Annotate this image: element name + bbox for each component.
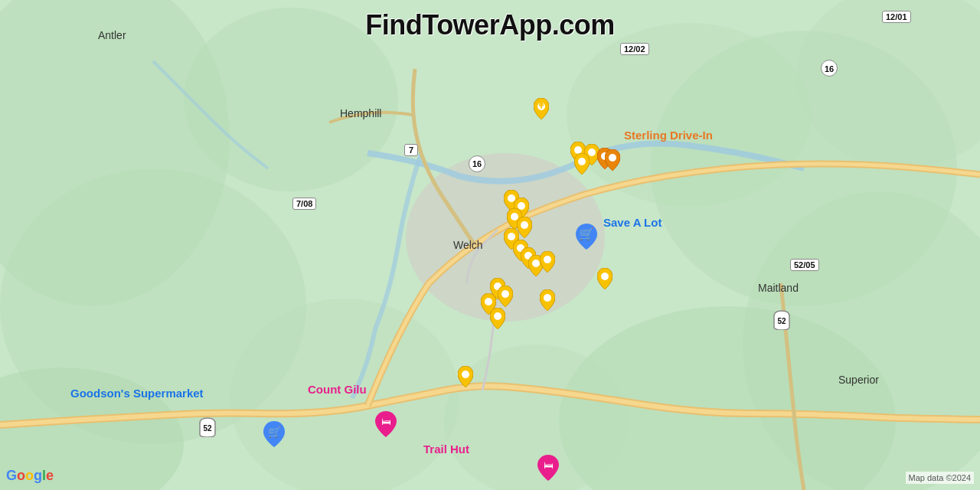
road-badge-5205: 52/05 xyxy=(790,259,819,271)
svg-text:52: 52 xyxy=(777,317,786,325)
svg-point-31 xyxy=(485,298,492,305)
tower-pin-t19[interactable] xyxy=(540,289,555,314)
road-badge-708: 7/08 xyxy=(292,198,316,210)
trailhut-label: Trail Hut xyxy=(423,443,469,456)
sterling-label: Sterling Drive-In xyxy=(624,129,713,142)
road-badge-52a: 52 xyxy=(773,310,790,333)
road-badge-1201: 12/01 xyxy=(882,11,911,23)
savealot-label: Save A Lot xyxy=(603,216,662,229)
road-badge-52b: 52 xyxy=(199,417,216,440)
svg-text:🛒: 🛒 xyxy=(579,227,594,241)
svg-point-27 xyxy=(532,260,540,267)
road-badge-1202: 12/02 xyxy=(620,43,649,55)
svg-point-32 xyxy=(494,312,501,320)
google-logo: Google xyxy=(6,468,54,484)
road-badge-16b: 16 xyxy=(469,155,485,172)
map-data-label: Map data ©2024 xyxy=(906,472,975,484)
svg-text:52: 52 xyxy=(203,424,212,433)
svg-point-34 xyxy=(462,371,469,378)
tower-pin-t5[interactable] xyxy=(574,153,590,178)
place-hemphill: Hemphill xyxy=(340,107,381,119)
countgilu-label: Count Gilu xyxy=(308,383,367,396)
place-welch: Welch xyxy=(453,239,483,251)
svg-text:🛏: 🛏 xyxy=(544,459,554,471)
svg-point-37 xyxy=(609,154,616,162)
svg-point-28 xyxy=(544,256,551,263)
map-container: FindTowerApp.com 12/01 12/02 16 7 16 7/0… xyxy=(0,0,980,490)
place-maitland: Maitland xyxy=(758,282,799,294)
tower-pin-t20[interactable] xyxy=(458,366,473,390)
road-badge-16a: 16 xyxy=(821,60,838,77)
tower-pin-t18[interactable] xyxy=(490,308,505,332)
road-badge-7: 7 xyxy=(404,144,418,156)
savealot-pin[interactable]: 🛒 xyxy=(573,222,600,253)
tower-pin-t14[interactable] xyxy=(540,251,555,276)
page-title: FindTowerApp.com xyxy=(365,9,614,41)
tower-pin-t9[interactable] xyxy=(517,217,532,241)
svg-point-23 xyxy=(521,221,528,229)
tower-pin-t16[interactable] xyxy=(498,286,513,310)
tower-pin-t21[interactable] xyxy=(597,268,612,292)
goodsons-pin[interactable]: 🛒 xyxy=(260,420,288,450)
place-superior: Superior xyxy=(838,374,879,386)
svg-text:🛒: 🛒 xyxy=(268,426,282,439)
tower-pin-t1[interactable] xyxy=(534,98,549,122)
svg-point-19 xyxy=(578,158,586,165)
place-antler: Antler xyxy=(98,29,126,41)
countgilu-pin[interactable]: 🛏 xyxy=(374,410,398,440)
trailhut-pin[interactable]: 🛏 xyxy=(536,453,560,484)
svg-point-30 xyxy=(501,290,509,298)
svg-text:🛏: 🛏 xyxy=(381,416,391,427)
svg-point-33 xyxy=(544,294,551,302)
svg-point-35 xyxy=(601,273,609,280)
goodsons-label: Goodson's Supermarket xyxy=(70,387,204,400)
sterling-pin[interactable] xyxy=(605,149,620,174)
